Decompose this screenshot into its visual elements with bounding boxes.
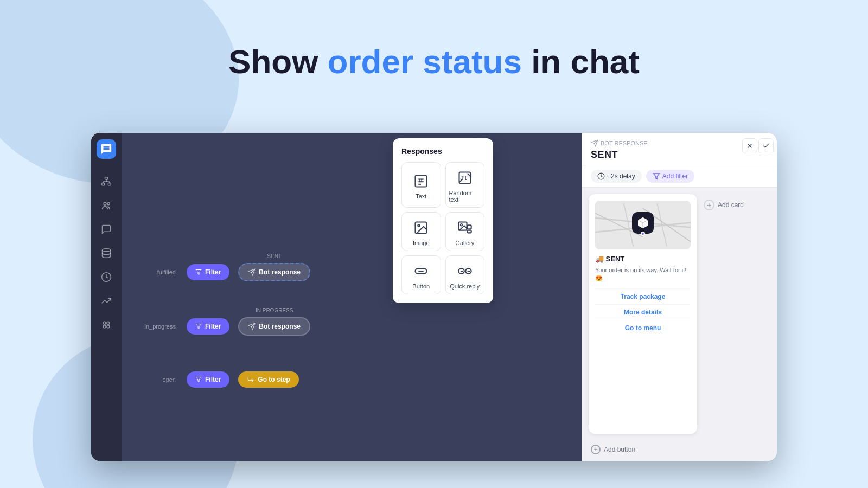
sidebar-item-database[interactable] bbox=[97, 243, 116, 263]
response-item-gallery[interactable]: Gallery bbox=[445, 212, 485, 251]
location-dot bbox=[641, 232, 645, 236]
response-label-random-text: Random text bbox=[449, 190, 481, 203]
response-item-button[interactable]: Button bbox=[401, 255, 441, 294]
filter-icon bbox=[195, 269, 202, 275]
flow-row-open: open Filter Go to step bbox=[132, 371, 310, 388]
package-icon bbox=[632, 212, 654, 234]
chat-card: 🚚 SENT Your order is on its way. Wait fo… bbox=[589, 194, 697, 434]
trends-icon bbox=[101, 296, 112, 306]
panel-close-button[interactable] bbox=[742, 138, 757, 153]
panel-check-button[interactable] bbox=[758, 138, 774, 153]
delay-button[interactable]: +2s delay bbox=[591, 170, 642, 183]
sent-node-top-label: SENT bbox=[267, 253, 282, 259]
sidebar-item-analytics[interactable] bbox=[97, 267, 116, 287]
responses-popup: Responses Tt Text bbox=[393, 138, 493, 303]
add-button-button[interactable]: + Add button bbox=[591, 445, 635, 454]
sidebar-item-integrations[interactable] bbox=[97, 315, 116, 335]
close-icon bbox=[746, 142, 754, 150]
svg-point-30 bbox=[461, 224, 463, 226]
chat-button-track[interactable]: Track package bbox=[595, 288, 691, 304]
response-label-text: Text bbox=[416, 193, 426, 200]
analytics-icon bbox=[101, 272, 112, 282]
filter-label-2: Filter bbox=[205, 323, 221, 330]
integrations-icon bbox=[101, 319, 112, 330]
svg-point-8 bbox=[107, 203, 110, 205]
response-label-image: Image bbox=[413, 240, 430, 246]
response-label-quick-reply: Quick reply bbox=[450, 283, 480, 290]
sidebar-item-contacts[interactable] bbox=[97, 196, 116, 215]
add-filter-button[interactable]: Add filter bbox=[646, 170, 694, 183]
goto-button-open[interactable]: Go to step bbox=[238, 371, 298, 388]
add-button-label: Add button bbox=[604, 446, 635, 453]
canvas-area: fulfilled Filter SENT Bot response in_pr… bbox=[122, 133, 582, 461]
responses-title: Responses bbox=[401, 147, 484, 156]
inprogress-node-top-label: IN PROGRESS bbox=[256, 307, 293, 313]
button-icon bbox=[412, 262, 430, 280]
sidebar-item-messages[interactable] bbox=[97, 220, 116, 239]
bot-response-sent[interactable]: Bot response bbox=[238, 263, 310, 281]
add-button-row: + Add button bbox=[582, 440, 777, 461]
check-icon bbox=[762, 142, 770, 150]
flow-label-open: open bbox=[132, 376, 176, 383]
filter-label: Add filter bbox=[662, 172, 688, 180]
page-title: Show order status in chat bbox=[0, 43, 868, 80]
svg-point-14 bbox=[103, 325, 106, 328]
contacts-icon bbox=[101, 200, 112, 211]
database-icon bbox=[101, 248, 112, 259]
bot-response-type-label: BOT RESPONSE bbox=[601, 140, 648, 146]
response-item-random-text[interactable]: Tt Random text bbox=[445, 162, 485, 208]
chat-button-details[interactable]: More details bbox=[595, 304, 691, 320]
response-item-quick-reply[interactable]: Quick reply bbox=[445, 255, 485, 294]
svg-point-13 bbox=[107, 322, 110, 324]
bot-response-icon bbox=[248, 268, 256, 276]
right-panel-actions: +2s delay Add filter bbox=[582, 165, 777, 188]
filter-button-inprogress[interactable]: Filter bbox=[187, 318, 229, 335]
flow-section: fulfilled Filter SENT Bot response in_pr… bbox=[132, 263, 310, 388]
svg-point-7 bbox=[104, 202, 106, 205]
svg-rect-1 bbox=[102, 183, 105, 185]
app-window: fulfilled Filter SENT Bot response in_pr… bbox=[91, 133, 777, 461]
filter-label-3: Filter bbox=[205, 376, 221, 383]
text-icon: Tt bbox=[412, 172, 430, 190]
filter-button-open[interactable]: Filter bbox=[187, 371, 229, 388]
add-card-label: Add card bbox=[718, 201, 744, 209]
sidebar-logo[interactable] bbox=[97, 139, 116, 159]
chat-button-menu[interactable]: Go to menu bbox=[595, 320, 691, 336]
org-icon bbox=[101, 176, 112, 187]
right-panel-title: SENT bbox=[591, 149, 768, 160]
image-icon bbox=[412, 219, 430, 236]
box-icon bbox=[636, 216, 649, 229]
flow-row-inprogress: in_progress Filter IN PROGRESS Bot respo… bbox=[132, 317, 310, 336]
svg-rect-0 bbox=[105, 177, 108, 179]
title-highlight: order status bbox=[328, 43, 522, 80]
bot-response-label-2: Bot response bbox=[259, 323, 301, 330]
add-card-circle: + bbox=[704, 200, 714, 210]
add-card-button[interactable]: + Add card bbox=[704, 200, 744, 210]
svg-rect-32 bbox=[467, 230, 471, 233]
response-item-image[interactable]: Image bbox=[401, 212, 441, 251]
sidebar-item-trends[interactable] bbox=[97, 291, 116, 311]
flow-row-fulfilled: fulfilled Filter SENT Bot response bbox=[132, 263, 310, 281]
delay-label: +2s delay bbox=[607, 172, 635, 180]
svg-marker-42 bbox=[653, 174, 660, 179]
svg-marker-16 bbox=[196, 324, 201, 329]
bot-response-inprogress[interactable]: Bot response bbox=[238, 317, 310, 336]
response-label-button: Button bbox=[412, 283, 430, 290]
svg-point-12 bbox=[107, 325, 110, 328]
svg-marker-17 bbox=[196, 377, 201, 382]
goto-label: Go to step bbox=[258, 376, 290, 383]
svg-rect-31 bbox=[467, 225, 471, 229]
flow-label-inprogress: in_progress bbox=[132, 323, 176, 330]
svg-rect-2 bbox=[108, 183, 111, 185]
send-icon bbox=[591, 139, 598, 147]
right-panel: BOT RESPONSE SENT +2s delay Add filter bbox=[582, 133, 777, 461]
bot-response-icon-2 bbox=[248, 323, 256, 330]
filter-button-fulfilled[interactable]: Filter bbox=[187, 264, 229, 280]
svg-point-28 bbox=[418, 224, 420, 227]
response-item-text[interactable]: Tt Text bbox=[401, 162, 441, 208]
add-button-circle: + bbox=[591, 445, 601, 454]
goto-icon bbox=[247, 376, 254, 383]
bot-response-label: Bot response bbox=[259, 268, 301, 276]
response-label-gallery: Gallery bbox=[455, 240, 474, 246]
sidebar-item-org[interactable] bbox=[97, 172, 116, 191]
